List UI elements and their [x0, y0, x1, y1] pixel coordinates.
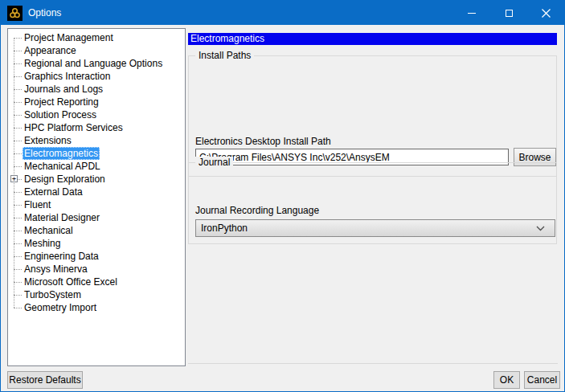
sidebar-item-mechanical[interactable]: Mechanical [8, 224, 185, 237]
sidebar-item-regional-and-language-options[interactable]: Regional and Language Options [8, 57, 185, 70]
tree-connector [14, 218, 22, 218]
options-tree: Project Management Appearance Regional a… [8, 31, 185, 314]
close-button[interactable] [527, 1, 564, 25]
expand-icon[interactable]: + [10, 175, 18, 182]
sidebar-item-label: External Data [23, 186, 84, 198]
sidebar-item-meshing[interactable]: Meshing [8, 237, 185, 250]
sidebar-item-solution-process[interactable]: Solution Process [8, 108, 185, 121]
settings-panel: Electromagnetics Install Paths Electroni… [188, 30, 558, 364]
sidebar-item-label: Project Reporting [23, 96, 100, 108]
sidebar-item-appearance[interactable]: Appearance [8, 44, 185, 57]
titlebar[interactable]: Options [1, 1, 564, 25]
tree-connector [14, 51, 22, 51]
category-tree-panel: Project Management Appearance Regional a… [7, 28, 186, 366]
sidebar-item-external-data[interactable]: External Data [8, 186, 185, 198]
maximize-button[interactable] [490, 1, 527, 25]
sidebar-item-label: Project Management [23, 31, 115, 44]
sidebar-item-label: Engineering Data [23, 250, 100, 263]
sidebar-item-label: Extensions [23, 134, 73, 147]
minimize-button[interactable] [453, 1, 490, 25]
sidebar-item-turbosystem[interactable]: TurboSystem [8, 288, 185, 301]
maximize-icon [506, 10, 513, 17]
sidebar-item-microsoft-office-excel[interactable]: Microsoft Office Excel [8, 276, 185, 288]
cancel-button[interactable]: Cancel [524, 371, 560, 389]
restore-defaults-button[interactable]: Restore Defaults [7, 371, 83, 389]
sidebar-item-label: Mechanical [23, 224, 75, 237]
sidebar-item-project-management[interactable]: Project Management [8, 31, 185, 44]
sidebar-item-label: Material Designer [23, 211, 101, 224]
install-paths-group: Install Paths Electronics Desktop Instal… [188, 55, 557, 177]
sidebar-item-label: Ansys Minerva [23, 263, 89, 276]
sidebar-item-label: Fluent [23, 198, 52, 211]
journal-language-value: IronPython [201, 223, 536, 234]
options-dialog: Options Project Management [0, 0, 565, 392]
tree-connector [14, 89, 22, 90]
close-icon [542, 9, 551, 18]
sidebar-item-fluent[interactable]: Fluent [8, 198, 185, 211]
sidebar-item-project-reporting[interactable]: Project Reporting [8, 96, 185, 108]
tree-connector [14, 166, 22, 167]
tree-connector [14, 63, 22, 64]
tree-connector [14, 205, 22, 206]
tree-connector [14, 153, 22, 154]
sidebar-item-journals-and-logs[interactable]: Journals and Logs [8, 83, 185, 96]
sidebar-item-label: Regional and Language Options [23, 57, 164, 70]
tree-connector [14, 295, 22, 296]
sidebar-item-ansys-minerva[interactable]: Ansys Minerva [8, 263, 185, 276]
sidebar-item-mechanical-apdl[interactable]: Mechanical APDL [8, 160, 185, 173]
sidebar-item-label: Solution Process [23, 108, 98, 121]
tree-connector [14, 38, 22, 39]
journal-language-label: Journal Recording Language [195, 205, 319, 216]
tree-connector [14, 115, 22, 116]
sidebar-item-label: Geometry Import [23, 301, 98, 314]
sidebar-item-electromagnetics[interactable]: Electromagnetics [8, 147, 185, 160]
journal-language-select[interactable]: IronPython [195, 219, 555, 237]
tree-connector [14, 256, 22, 257]
app-icon-glyph [9, 7, 21, 19]
tree-connector [14, 76, 22, 77]
tree-connector [14, 243, 22, 244]
sidebar-item-label: HPC Platform Services [23, 121, 125, 134]
chevron-down-icon [536, 226, 545, 231]
tree-connector [18, 179, 22, 180]
tree-connector [14, 128, 22, 129]
sidebar-item-graphics-interaction[interactable]: Graphics Interaction [8, 70, 185, 83]
tree-connector [14, 141, 22, 141]
sidebar-item-design-exploration[interactable]: + Design Exploration [8, 173, 185, 186]
sidebar-item-label: Microsoft Office Excel [23, 276, 119, 288]
sidebar-item-label: Graphics Interaction [23, 70, 112, 83]
tree-connector [14, 192, 22, 193]
tree-connector [14, 231, 22, 231]
sidebar-item-label: TurboSystem [23, 288, 83, 301]
window-title: Options [28, 7, 453, 18]
install-path-label: Electronics Desktop Install Path [195, 136, 331, 147]
sidebar-item-engineering-data[interactable]: Engineering Data [8, 250, 185, 263]
minimize-icon [468, 13, 476, 14]
window-controls [453, 1, 564, 25]
sidebar-item-label: Meshing [23, 237, 62, 250]
tree-connector [14, 308, 22, 308]
sidebar-item-label: Design Exploration [23, 173, 107, 186]
sidebar-item-label: Electromagnetics [23, 147, 100, 160]
sidebar-item-geometry-import[interactable]: Geometry Import [8, 301, 185, 314]
panel-header: Electromagnetics [188, 33, 557, 45]
tree-connector [14, 269, 22, 270]
install-paths-group-title: Install Paths [195, 50, 254, 61]
ok-button[interactable]: OK [493, 371, 520, 389]
ansys-workbench-icon [7, 6, 23, 21]
sidebar-item-label: Appearance [23, 44, 78, 57]
tree-connector [14, 282, 22, 283]
journal-group-title: Journal [195, 157, 233, 168]
sidebar-item-label: Journals and Logs [23, 83, 104, 96]
journal-group: Journal Journal Recording Language IronP… [188, 162, 557, 244]
sidebar-item-label: Mechanical APDL [23, 160, 102, 173]
sidebar-item-extensions[interactable]: Extensions [8, 134, 185, 147]
sidebar-item-hpc-platform-services[interactable]: HPC Platform Services [8, 121, 185, 134]
sidebar-item-material-designer[interactable]: Material Designer [8, 211, 185, 224]
tree-connector [14, 102, 22, 103]
